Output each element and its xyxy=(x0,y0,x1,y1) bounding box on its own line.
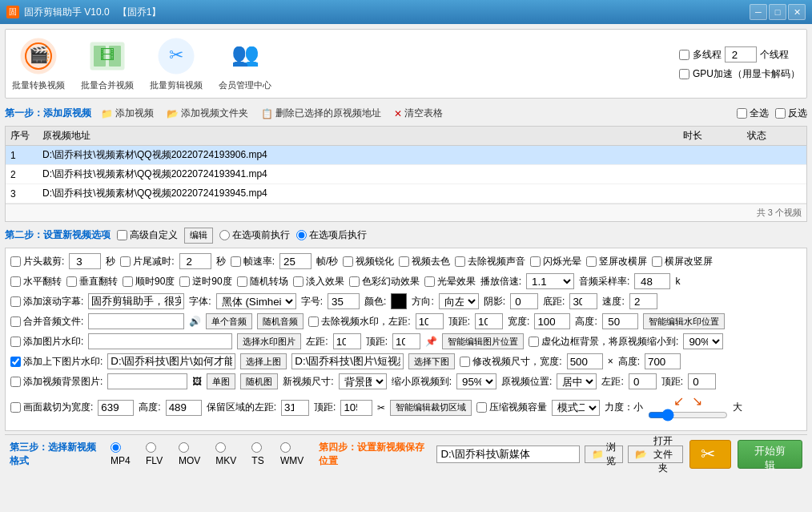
fmt-mov-radio[interactable] xyxy=(179,442,189,453)
clear-table-button[interactable]: ✕ 清空表格 xyxy=(391,105,446,122)
batch-merge-btn[interactable]: 🎞 批量合并视频 xyxy=(81,36,134,91)
shadow-input[interactable] xyxy=(510,293,538,309)
force-slider[interactable] xyxy=(648,409,728,421)
thread-count-input[interactable] xyxy=(725,46,757,62)
advanced-def-option[interactable]: 高级自定义 xyxy=(117,228,178,242)
add-bg-checkbox[interactable] xyxy=(10,377,21,387)
horizontal-checkbox[interactable] xyxy=(652,256,662,267)
fmt-mkv-radio[interactable] xyxy=(215,442,226,453)
top-image-path-input[interactable] xyxy=(107,353,235,369)
remove-watermark-checkbox[interactable] xyxy=(308,316,319,327)
select-top-button[interactable]: 选择上图 xyxy=(240,353,287,369)
compress-checkbox[interactable] xyxy=(476,402,487,413)
wm-left-input[interactable] xyxy=(416,313,444,329)
fmt-mp4[interactable]: MP4 xyxy=(111,442,139,466)
subtitle-option[interactable]: 添加滚动字幕: xyxy=(10,295,83,308)
deselect-checkbox[interactable] xyxy=(775,108,786,119)
bg-top-input[interactable] xyxy=(688,373,716,389)
color-magic-option[interactable]: 色彩幻动效果 xyxy=(349,275,420,288)
clip-head-input[interactable] xyxy=(69,253,101,269)
color-picker[interactable] xyxy=(391,293,407,309)
add-image-checkbox[interactable] xyxy=(10,337,21,347)
add-top-image-option[interactable]: 添加上下图片水印: xyxy=(10,355,103,369)
after-option[interactable]: 在选项后执行 xyxy=(296,228,367,242)
minimize-button[interactable]: ─ xyxy=(750,4,767,20)
merge-audio-option[interactable]: 合并音频文件: xyxy=(10,315,83,329)
output-path-input[interactable] xyxy=(436,445,580,463)
flash-checkbox[interactable] xyxy=(530,256,541,267)
fmt-mp4-radio[interactable] xyxy=(111,442,121,453)
clip-head-option[interactable]: 片头裁剪: xyxy=(10,255,64,268)
single-audio-button[interactable]: 单个音频 xyxy=(206,313,252,329)
flash-option[interactable]: 闪烁光晕 xyxy=(530,255,581,268)
advanced-def-checkbox[interactable] xyxy=(117,230,127,240)
frame-rate-checkbox[interactable] xyxy=(231,256,241,267)
edit-button[interactable]: 编辑 xyxy=(184,228,213,244)
crop-height-input[interactable] xyxy=(166,400,202,416)
img-top-input[interactable] xyxy=(392,333,420,349)
glow-option[interactable]: 光晕效果 xyxy=(424,275,476,288)
smart-watermark-button[interactable]: 智能编辑水印位置 xyxy=(643,313,725,329)
top-path-display[interactable] xyxy=(291,353,404,369)
rotate90r-option[interactable]: 逆时90度 xyxy=(179,275,231,288)
fmt-wmv-radio[interactable] xyxy=(280,442,291,453)
vertical-option[interactable]: 竖屏改横屏 xyxy=(586,255,647,268)
add-image-option[interactable]: 添加图片水印: xyxy=(10,335,83,349)
table-row[interactable]: 2 D:\固乔科技\视频素材\QQ视频20220724193941.mp4 xyxy=(6,165,806,184)
maximize-button[interactable]: □ xyxy=(769,4,786,20)
rotate90-checkbox[interactable] xyxy=(123,276,133,287)
sharpen-option[interactable]: 视频锐化 xyxy=(343,255,394,268)
compress-mode-select[interactable]: 模式二 xyxy=(552,400,600,416)
crop-left-input[interactable] xyxy=(281,400,309,416)
clip-tail-input[interactable] xyxy=(179,253,211,269)
compress-option[interactable]: 压缩视频容量 xyxy=(476,401,547,414)
mod-width-input[interactable] xyxy=(567,353,603,369)
multithread-option[interactable]: 多线程 个线程 xyxy=(679,46,800,62)
remove-audio-checkbox[interactable] xyxy=(455,256,465,267)
audio-file-input[interactable] xyxy=(88,313,184,329)
mod-height-input[interactable] xyxy=(645,353,681,369)
fmt-ts[interactable]: TS xyxy=(251,442,274,466)
crop-checkbox[interactable] xyxy=(10,402,21,413)
fmt-mov[interactable]: MOV xyxy=(179,442,209,466)
random-audio-button[interactable]: 随机音频 xyxy=(257,313,303,329)
table-row[interactable]: 1 D:\固乔科技\视频素材\QQ视频20220724193906.mp4 xyxy=(6,146,806,165)
enter-effect-option[interactable]: 淡入效果 xyxy=(293,275,344,288)
open-folder-button[interactable]: 📂 打开文件夹 xyxy=(628,445,683,463)
smart-crop-button[interactable]: 智能编辑裁切区域 xyxy=(390,400,472,416)
modify-size-option[interactable]: 修改视频尺寸，宽度: xyxy=(460,355,561,369)
crop-option[interactable]: 画面裁切为宽度: xyxy=(10,401,93,414)
color-magic-checkbox[interactable] xyxy=(349,276,360,287)
rotate90r-checkbox[interactable] xyxy=(179,276,190,287)
modify-size-checkbox[interactable] xyxy=(460,357,470,367)
fmt-flv[interactable]: FLV xyxy=(146,442,172,466)
virtual-val-select[interactable]: 90% xyxy=(683,333,723,349)
fmt-flv-radio[interactable] xyxy=(146,442,156,453)
glow-checkbox[interactable] xyxy=(424,276,435,287)
font-size-input[interactable] xyxy=(328,293,360,309)
hflip-checkbox[interactable] xyxy=(10,276,21,287)
before-option[interactable]: 在选项前执行 xyxy=(219,228,290,242)
shrink-select[interactable]: 95% xyxy=(456,373,496,389)
crop-width-input[interactable] xyxy=(98,400,134,416)
rotate90-option[interactable]: 顺时90度 xyxy=(123,275,175,288)
fmt-wmv[interactable]: WMV xyxy=(280,442,312,466)
table-row[interactable]: 3 D:\固乔科技\视频素材\QQ视频20220724193945.mp4 xyxy=(6,184,806,204)
hflip-option[interactable]: 水平翻转 xyxy=(10,275,62,288)
fmt-ts-radio[interactable] xyxy=(251,442,262,453)
select-all-option[interactable]: 全选 xyxy=(737,107,769,120)
gpu-option[interactable]: GPU加速（用显卡解码） xyxy=(679,67,800,81)
batch-convert-btn[interactable]: 🎬 批量转换视频 xyxy=(12,36,65,91)
random-scene-checkbox[interactable] xyxy=(237,276,247,287)
image-path-input[interactable] xyxy=(88,333,232,349)
font-select[interactable]: 黑体 (Simhei) xyxy=(216,293,296,309)
subtitle-checkbox[interactable] xyxy=(10,296,21,307)
playback-speed-select[interactable]: 1.11.21.52.0 xyxy=(526,273,574,289)
remove-watermark-option[interactable]: 去除视频水印，左距: xyxy=(308,315,410,329)
random-scene-option[interactable]: 随机转场 xyxy=(237,275,288,288)
subtitle-text-input[interactable] xyxy=(88,293,184,309)
add-folder-button[interactable]: 📂 添加视频文件夹 xyxy=(163,105,251,122)
start-edit-button[interactable]: 开始剪辑 xyxy=(738,440,802,469)
multithread-checkbox[interactable] xyxy=(679,50,689,60)
decolor-checkbox[interactable] xyxy=(399,256,409,267)
